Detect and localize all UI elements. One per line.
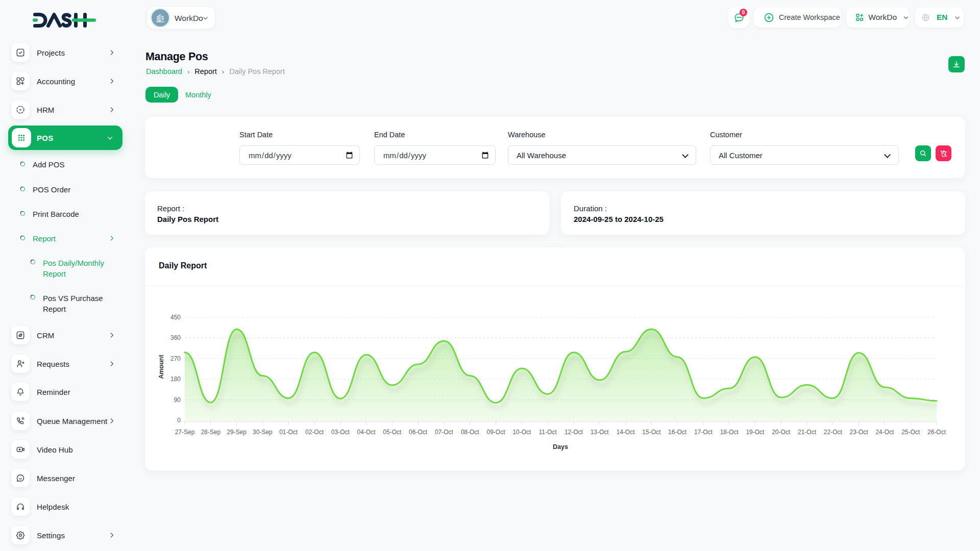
svg-text:360: 360 [170,334,181,341]
svg-text:04-Oct: 04-Oct [357,429,376,436]
svg-text:15-Oct: 15-Oct [642,429,661,436]
svg-text:09-Oct: 09-Oct [486,429,505,436]
svg-text:450: 450 [170,314,181,321]
svg-text:05-Oct: 05-Oct [383,429,402,436]
svg-text:0: 0 [177,417,181,424]
svg-text:07-Oct: 07-Oct [435,429,454,436]
svg-text:18-Oct: 18-Oct [720,429,739,436]
svg-text:28-Sep: 28-Sep [201,429,220,436]
svg-text:270: 270 [170,355,181,362]
svg-text:19-Oct: 19-Oct [746,429,765,436]
svg-text:27-Sep: 27-Sep [175,429,195,436]
svg-text:Days: Days [553,443,568,450]
svg-text:29-Sep: 29-Sep [227,429,247,436]
svg-text:23-Oct: 23-Oct [850,429,869,436]
svg-text:21-Oct: 21-Oct [798,429,817,436]
svg-text:08-Oct: 08-Oct [461,429,480,436]
svg-text:03-Oct: 03-Oct [331,429,350,436]
svg-text:30-Sep: 30-Sep [253,429,273,436]
svg-text:24-Oct: 24-Oct [875,429,894,436]
svg-text:180: 180 [170,375,181,383]
svg-text:01-Oct: 01-Oct [279,429,298,436]
svg-text:26-Oct: 26-Oct [927,429,946,436]
svg-text:12-Oct: 12-Oct [565,429,583,436]
svg-text:25-Oct: 25-Oct [901,429,920,436]
svg-text:22-Oct: 22-Oct [824,429,843,436]
svg-text:10-Oct: 10-Oct [512,429,531,436]
svg-text:17-Oct: 17-Oct [694,429,713,436]
svg-text:13-Oct: 13-Oct [591,429,609,436]
svg-text:Amount: Amount [158,355,165,379]
svg-text:16-Oct: 16-Oct [668,429,687,436]
svg-text:20-Oct: 20-Oct [772,429,791,436]
svg-text:06-Oct: 06-Oct [409,429,428,436]
svg-text:02-Oct: 02-Oct [305,429,324,436]
svg-text:14-Oct: 14-Oct [616,429,635,436]
svg-text:90: 90 [174,396,181,404]
svg-text:11-Oct: 11-Oct [539,429,557,436]
